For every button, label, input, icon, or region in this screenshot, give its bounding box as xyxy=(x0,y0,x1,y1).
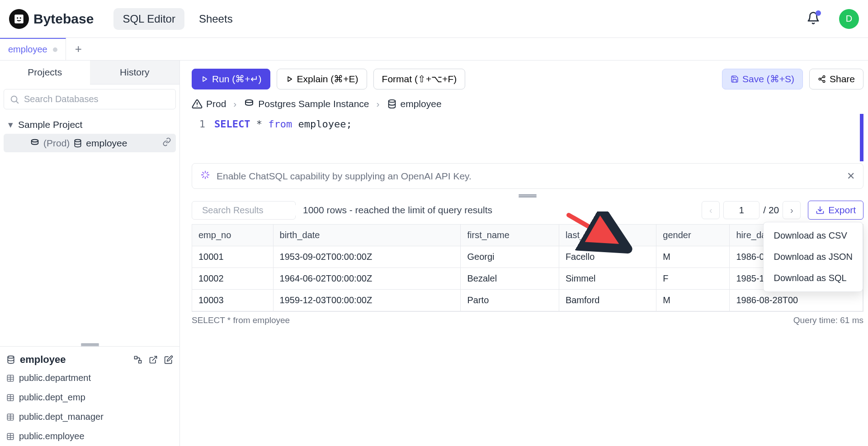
explain-label: Explain (⌘+E) xyxy=(297,74,359,85)
results-search-input[interactable] xyxy=(202,205,316,216)
table-icon xyxy=(6,432,14,441)
export-menu-item[interactable]: Download as CSV xyxy=(764,225,863,246)
warning-icon xyxy=(192,99,203,109)
play-outline-icon xyxy=(285,75,293,83)
export-label: Export xyxy=(828,205,856,216)
table-row[interactable]: 100011953-09-02T00:00:00ZGeorgiFacelloM1… xyxy=(192,246,863,268)
column-header[interactable]: birth_date xyxy=(273,225,461,246)
share-label: Share xyxy=(830,74,855,85)
format-label: Format (⇧+⌥+F) xyxy=(382,74,457,85)
svg-point-15 xyxy=(245,100,253,103)
table-icon xyxy=(6,394,14,402)
explain-button[interactable]: Explain (⌘+E) xyxy=(277,69,367,89)
results-info: 1000 rows - reached the limit of query r… xyxy=(303,205,492,216)
pager-total: / 20 xyxy=(763,205,779,216)
save-button[interactable]: Save (⌘+S) xyxy=(722,69,803,89)
svg-rect-7 xyxy=(139,361,142,363)
nav-sql-editor[interactable]: SQL Editor xyxy=(113,8,184,30)
results-resize-handle[interactable] xyxy=(192,193,863,198)
table-row[interactable]: 100021964-06-02T00:00:00ZBezalelSimmelF1… xyxy=(192,268,863,290)
edit-icon[interactable] xyxy=(164,355,173,364)
play-icon xyxy=(200,75,208,83)
line-number: 1 xyxy=(192,118,205,130)
tree-database-employee[interactable]: (Prod) employee xyxy=(4,134,176,152)
svg-point-3 xyxy=(32,139,38,142)
export-menu-item[interactable]: Download as SQL xyxy=(764,268,863,289)
notification-dot-icon xyxy=(816,10,821,16)
file-tab-employee[interactable]: employee xyxy=(0,38,66,60)
sidebar-tab-projects[interactable]: Projects xyxy=(0,61,90,85)
breadcrumb: Prod › Postgres Sample Instance › employ… xyxy=(192,96,863,114)
schema-diagram-icon[interactable] xyxy=(133,355,142,364)
notifications-button[interactable] xyxy=(807,11,820,26)
table-list-item[interactable]: public.dept_manager xyxy=(5,407,174,427)
footer-time: Query time: 61 ms xyxy=(793,315,863,325)
format-button[interactable]: Format (⇧+⌥+F) xyxy=(373,69,466,89)
caret-down-icon: ▾ xyxy=(8,119,14,130)
sidebar-tab-history[interactable]: History xyxy=(90,61,180,85)
save-label: Save (⌘+S) xyxy=(742,74,794,85)
tree-project[interactable]: ▾ Sample Project xyxy=(4,116,176,134)
open-link-icon[interactable] xyxy=(162,137,171,149)
sidebar-search[interactable] xyxy=(4,89,176,109)
run-label: Run (⌘+↵) xyxy=(212,74,262,85)
table-icon xyxy=(6,374,14,382)
postgres-icon xyxy=(244,99,255,109)
database-icon xyxy=(6,355,15,364)
svg-point-0 xyxy=(17,17,18,19)
database-icon xyxy=(387,99,397,109)
download-icon xyxy=(816,206,825,215)
pager-prev-button[interactable]: ‹ xyxy=(702,201,720,219)
breadcrumb-env[interactable]: Prod xyxy=(192,99,226,109)
sparkle-icon xyxy=(200,170,210,182)
column-header[interactable]: last_name xyxy=(559,225,656,246)
table-list-item[interactable]: public.dept_emp xyxy=(5,388,174,407)
tree-env-label: (Prod) xyxy=(43,138,70,149)
breadcrumb-instance[interactable]: Postgres Sample Instance xyxy=(244,99,369,109)
search-icon xyxy=(9,94,19,104)
pager-page-input[interactable]: 1 xyxy=(723,201,760,219)
save-icon xyxy=(731,75,739,83)
column-header[interactable]: first_name xyxy=(461,225,559,246)
external-link-icon[interactable] xyxy=(149,355,158,364)
sidebar-search-input[interactable] xyxy=(24,94,170,104)
banner-text: Enable ChatSQL capability by supplying a… xyxy=(217,171,472,182)
schema-db-title: employee xyxy=(20,354,129,366)
banner-close-button[interactable]: ✕ xyxy=(847,170,855,182)
share-button[interactable]: Share xyxy=(809,69,863,89)
user-avatar[interactable]: D xyxy=(839,9,859,29)
database-icon xyxy=(73,139,82,148)
new-tab-button[interactable]: + xyxy=(66,38,91,60)
brand-text: Bytebase xyxy=(33,11,94,27)
share-icon xyxy=(818,75,826,83)
svg-point-2 xyxy=(11,96,17,102)
breadcrumb-db[interactable]: employee xyxy=(387,99,442,109)
table-row[interactable]: 100031959-12-03T00:00:00ZPartoBamfordM19… xyxy=(192,290,863,311)
export-menu-item[interactable]: Download as JSON xyxy=(764,246,863,268)
chatsql-banner: Enable ChatSQL capability by supplying a… xyxy=(192,163,863,189)
table-icon xyxy=(6,413,14,421)
sql-editor[interactable]: 1 SELECT * from employee; xyxy=(192,114,863,161)
postgres-icon xyxy=(30,138,40,148)
results-search[interactable] xyxy=(192,201,296,220)
column-header[interactable]: emp_no xyxy=(192,225,273,246)
results-table: emp_nobirth_datefirst_namelast_namegende… xyxy=(192,224,863,312)
column-header[interactable]: gender xyxy=(656,225,730,246)
file-tab-label: employee xyxy=(8,44,47,55)
tree-project-label: Sample Project xyxy=(18,119,82,130)
pager-next-button[interactable]: › xyxy=(783,201,801,219)
svg-point-16 xyxy=(388,100,395,103)
svg-point-4 xyxy=(75,139,81,141)
nav-sheets[interactable]: Sheets xyxy=(190,8,242,30)
table-list-item[interactable]: public.department xyxy=(5,368,174,388)
export-button[interactable]: Export Download as CSVDownload as JSONDo… xyxy=(808,201,863,220)
svg-point-5 xyxy=(8,356,14,358)
logo[interactable]: Bytebase xyxy=(9,9,94,29)
svg-point-1 xyxy=(20,17,21,19)
table-list-item[interactable]: public.employee xyxy=(5,427,174,446)
run-button[interactable]: Run (⌘+↵) xyxy=(192,69,270,89)
tree-db-label: employee xyxy=(86,138,127,149)
svg-rect-6 xyxy=(135,357,137,359)
footer-query: SELECT * from employee xyxy=(192,315,290,325)
tab-dirty-dot-icon xyxy=(53,47,57,52)
